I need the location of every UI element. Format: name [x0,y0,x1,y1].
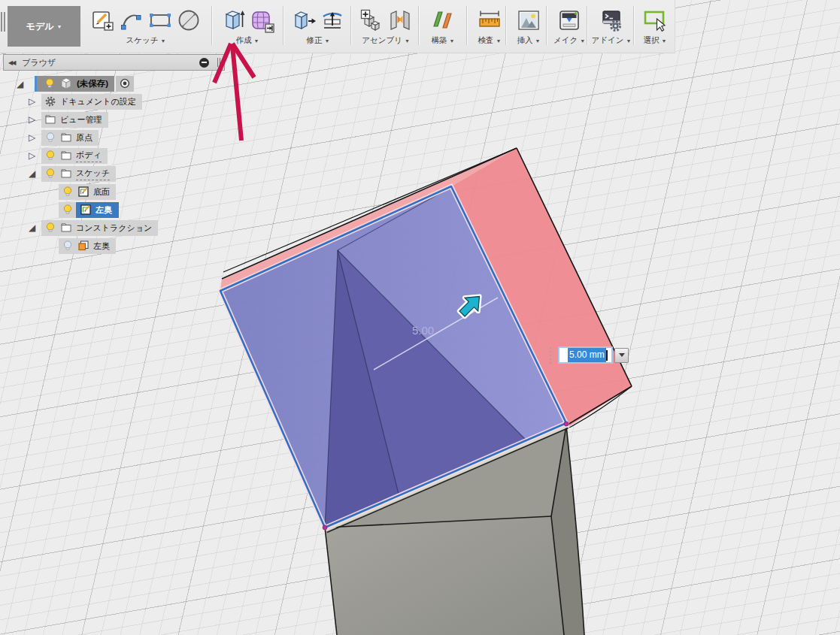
chevron-down-icon: ▼ [450,38,455,44]
bulb-off-icon[interactable] [44,132,56,144]
cube-icon [59,77,73,90]
inspect-menu-button[interactable]: 検査▼ [478,35,502,46]
offset-face-icon[interactable] [320,8,345,33]
toolbar-separator [211,6,213,45]
bulb-off-icon[interactable] [62,240,74,252]
spline-icon[interactable] [119,8,144,33]
disclosure-expanded-icon[interactable]: ◢ [29,223,35,232]
bulb-on-icon[interactable] [44,77,56,89]
toolbar-group-addins: アドイン▼ [590,6,633,46]
collapse-panel-icon[interactable]: ◀◀ [8,59,14,66]
addins-menu-button[interactable]: アドイン▼ [592,35,632,46]
sketch-icon [80,204,92,216]
tree-row-sketch-bottom[interactable]: 底面 [59,183,116,200]
tree-row-origin[interactable]: 原点 [41,129,99,146]
toolbar-group-modify: 修正▼ [287,6,349,46]
toolbar-group-insert: 挿入▼ [508,6,549,46]
panel-grip-icon[interactable] [217,58,221,67]
dimension-value-selected: 5.00 mm [568,348,606,362]
circle-minus-icon[interactable] [199,58,209,68]
tree-row-sketch-leftback-selected[interactable]: 左奥 [59,201,119,218]
tree-row-view-management[interactable]: ビュー管理 [41,111,108,128]
workspace-selector[interactable]: モデル ▼ [8,6,80,47]
folder-icon [44,113,56,125]
tree-item-label: ビュー管理 [60,114,102,125]
toolbar-drag-grip-icon[interactable] [1,12,7,32]
radio-target-icon [119,77,131,89]
make-menu-button[interactable]: メイク▼ [553,35,585,46]
circle-icon[interactable] [176,8,202,33]
tree-row-construction[interactable]: コンストラクション [41,219,158,236]
tree-item-label: ボディ [76,150,102,162]
activate-component-radio[interactable] [116,76,134,92]
construction-plane-icon [77,240,89,252]
tree-item-label: 左奥 [96,204,112,216]
toolbar-separator [283,6,284,45]
chevron-down-icon: ▼ [535,38,541,44]
insert-menu-button[interactable]: 挿入▼ [517,35,541,46]
3d-print-icon[interactable] [556,8,582,33]
toolbar-group-assemble: アセンブリ▼ [355,6,417,46]
construct-menu-button[interactable]: 構築▼ [432,35,455,46]
create-sketch-icon[interactable] [90,8,116,33]
tree-item-label: ドキュメントの設定 [60,96,136,107]
dimension-dropdown-button[interactable] [614,348,629,363]
measure-icon[interactable] [477,8,502,33]
construction-plane-icon[interactable] [430,8,456,33]
disclosure-expanded-icon[interactable]: ◢ [17,80,23,89]
drag-grip-dots-icon[interactable] [550,347,551,364]
tree-row-sketches[interactable]: スケッチ [41,165,116,182]
caret-down-icon [619,353,625,357]
disclosure-collapsed-icon[interactable]: ▷ [29,97,35,106]
tree-row-document-settings[interactable]: ドキュメントの設定 [41,93,142,110]
disclosure-collapsed-icon[interactable]: ▷ [29,151,35,160]
chevron-down-icon: ▼ [161,38,166,44]
joint-icon[interactable] [387,8,413,33]
rectangle-icon[interactable] [147,8,173,33]
tree-row-construction-plane[interactable]: 左奥 [59,237,116,254]
bulb-on-icon[interactable] [62,186,74,198]
modify-menu-button[interactable]: 修正▼ [307,35,330,46]
bulb-on-icon[interactable] [44,222,56,234]
press-pull-icon[interactable] [291,8,317,33]
folder-icon [60,132,72,144]
bulb-on-icon[interactable] [44,150,56,162]
disclosure-collapsed-icon[interactable]: ▷ [29,133,35,142]
active-document-bar [35,76,37,92]
select-menu-button[interactable]: 選択▼ [644,35,667,46]
chevron-down-icon: ▼ [580,38,585,44]
chevron-down-icon: ▼ [662,38,667,44]
sketch-menu-button[interactable]: スケッチ▼ [126,35,166,46]
toolbar-separator [466,6,468,45]
dimension-input[interactable]: 5.00 mm [558,346,613,364]
bulb-on-icon[interactable] [62,204,74,216]
new-component-icon[interactable] [359,8,384,33]
bulb-on-icon[interactable] [44,168,56,180]
selected-tree-item[interactable]: 左奥 [76,202,119,218]
select-icon[interactable] [642,8,668,33]
toolbar-separator [633,6,635,45]
toolbar-separator [418,6,420,45]
toolbar-group-construct: 構築▼ [423,6,463,46]
document-name: (未保存) [77,78,108,89]
vertex-dot[interactable] [564,422,569,426]
assemble-menu-button[interactable]: アセンブリ▼ [362,35,410,46]
fusion360-window: { "workspace_selector": { "label": "モデル"… [0,0,840,635]
browser-panel-header[interactable]: ◀◀ ブラウザ [3,54,225,71]
chevron-down-icon: ▼ [626,38,632,44]
browser-title: ブラウザ [22,57,199,68]
main-toolbar: モデル ▼ スケッチ▼ 作成▼ 修正▼ [0,0,675,53]
toolbar-separator [546,6,547,45]
disclosure-collapsed-icon[interactable]: ▷ [29,115,35,124]
tree-item-label: スケッチ [76,168,110,180]
disclosure-expanded-icon[interactable]: ◢ [29,169,35,178]
form-icon[interactable] [249,8,274,33]
insert-image-icon[interactable] [516,8,541,33]
extrude-icon[interactable] [220,8,246,33]
create-menu-button[interactable]: 作成▼ [236,35,259,46]
vertex-dot[interactable] [323,525,327,530]
add-ins-icon[interactable] [599,8,624,33]
tree-row-bodies[interactable]: ボディ [41,147,108,164]
tree-row-root[interactable]: (未保存) [35,75,134,92]
text-caret [606,350,608,361]
